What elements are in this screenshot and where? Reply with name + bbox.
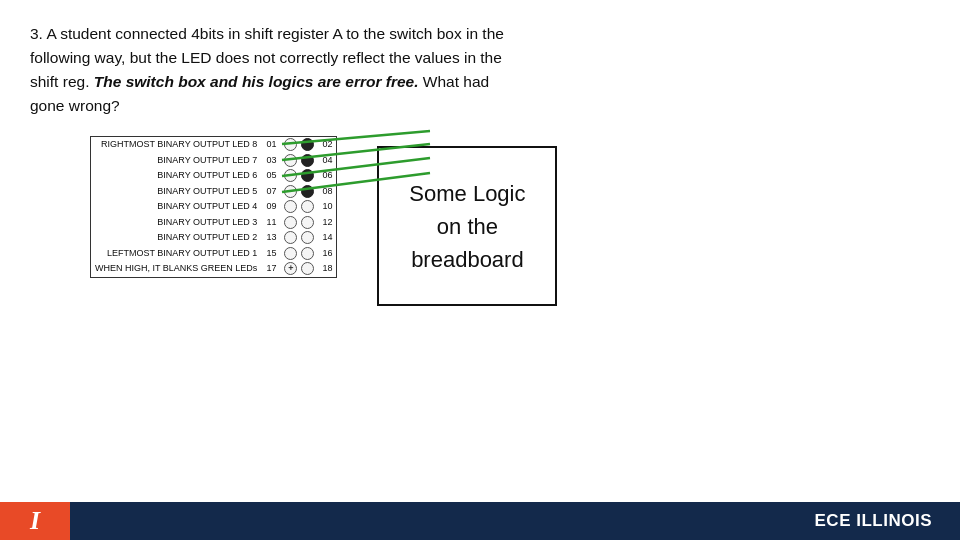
pins-cell xyxy=(279,199,319,215)
question-text: 3. A student connected 4bits in shift re… xyxy=(30,22,890,118)
pin-circle-left xyxy=(284,231,297,244)
main-content: 3. A student connected 4bits in shift re… xyxy=(0,0,960,306)
row-label: BINARY OUTPUT LED 5 xyxy=(91,184,264,200)
pin-left: 07 xyxy=(263,184,279,200)
question-bold: The switch box and his logics are error … xyxy=(94,73,419,90)
logic-box-text: Some Logic on the breadboard xyxy=(409,177,525,276)
logic-box: Some Logic on the breadboard xyxy=(377,146,557,306)
question-line1: 3. A student connected 4bits in shift re… xyxy=(30,25,504,42)
table-row: BINARY OUTPUT LED 7 03 04 xyxy=(91,153,337,169)
table-row: BINARY OUTPUT LED 6 05 06 xyxy=(91,168,337,184)
pins-cell xyxy=(279,184,319,200)
footer-brand: ECE ILLINOIS xyxy=(70,502,960,540)
row-label: BINARY OUTPUT LED 4 xyxy=(91,199,264,215)
pins-cell xyxy=(279,230,319,246)
pins-cell xyxy=(279,168,319,184)
row-label: LEFTMOST BINARY OUTPUT LED 1 xyxy=(91,246,264,262)
pin-right: 08 xyxy=(319,184,337,200)
pin-right: 16 xyxy=(319,246,337,262)
pin-circle-left xyxy=(284,185,297,198)
pin-left: 17 xyxy=(263,261,279,277)
pin-circle-left xyxy=(284,216,297,229)
question-line4: What had xyxy=(419,73,490,90)
pin-circle-left xyxy=(284,138,297,151)
question-line5: gone wrong? xyxy=(30,97,120,114)
pin-left: 11 xyxy=(263,215,279,231)
pins-cell: + xyxy=(279,261,319,277)
pin-left: 03 xyxy=(263,153,279,169)
logic-line2: on the xyxy=(437,214,498,239)
pin-circle-left xyxy=(284,200,297,213)
pin-left: 15 xyxy=(263,246,279,262)
table-row: RIGHTMOST BINARY OUTPUT LED 8 01 02 xyxy=(91,137,337,153)
row-label: BINARY OUTPUT LED 3 xyxy=(91,215,264,231)
logic-line1: Some Logic xyxy=(409,181,525,206)
pin-left: 01 xyxy=(263,137,279,153)
pin-right: 14 xyxy=(319,230,337,246)
footer: I ECE ILLINOIS xyxy=(0,502,960,540)
pin-circle-right xyxy=(301,231,314,244)
pin-circle-right xyxy=(301,185,314,198)
pin-left: 05 xyxy=(263,168,279,184)
table-row: LEFTMOST BINARY OUTPUT LED 1 15 16 xyxy=(91,246,337,262)
table-row: BINARY OUTPUT LED 2 13 14 xyxy=(91,230,337,246)
pin-circle-right xyxy=(301,169,314,182)
row-label: WHEN HIGH, IT BLANKS GREEN LEDs xyxy=(91,261,264,277)
pin-right: 18 xyxy=(319,261,337,277)
pin-circle-right xyxy=(301,247,314,260)
table-row: BINARY OUTPUT LED 3 11 12 xyxy=(91,215,337,231)
question-line2: following way, but the LED does not corr… xyxy=(30,49,502,66)
pin-circle-left xyxy=(284,154,297,167)
footer-logo: I xyxy=(0,502,70,540)
table-row: WHEN HIGH, IT BLANKS GREEN LEDs 17 + 18 xyxy=(91,261,337,277)
pin-left: 09 xyxy=(263,199,279,215)
ece-illinois-text: ECE ILLINOIS xyxy=(815,511,932,531)
pins-cell xyxy=(279,246,319,262)
pin-left: 13 xyxy=(263,230,279,246)
pin-circle-right xyxy=(301,154,314,167)
pin-circle-plus: + xyxy=(284,262,297,275)
pin-circle-left xyxy=(284,247,297,260)
row-label: BINARY OUTPUT LED 2 xyxy=(91,230,264,246)
pin-right: 06 xyxy=(319,168,337,184)
pin-circle-left xyxy=(284,169,297,182)
pin-right: 04 xyxy=(319,153,337,169)
pin-circle-right xyxy=(301,216,314,229)
pin-right: 02 xyxy=(319,137,337,153)
pin-circle-right xyxy=(301,138,314,151)
shift-register-table: RIGHTMOST BINARY OUTPUT LED 8 01 02 BINA… xyxy=(90,136,337,278)
pins-cell xyxy=(279,137,319,153)
table-row: BINARY OUTPUT LED 4 09 10 xyxy=(91,199,337,215)
illinois-i-logo: I xyxy=(30,506,40,536)
pin-right: 10 xyxy=(319,199,337,215)
question-line3: shift reg. xyxy=(30,73,89,90)
diagram-area: RIGHTMOST BINARY OUTPUT LED 8 01 02 BINA… xyxy=(30,136,930,306)
pin-circle-right xyxy=(301,200,314,213)
pins-cell xyxy=(279,215,319,231)
row-label: BINARY OUTPUT LED 6 xyxy=(91,168,264,184)
table-wrapper: RIGHTMOST BINARY OUTPUT LED 8 01 02 BINA… xyxy=(30,136,337,278)
logic-line3: breadboard xyxy=(411,247,524,272)
pin-right: 12 xyxy=(319,215,337,231)
table-row: BINARY OUTPUT LED 5 07 08 xyxy=(91,184,337,200)
row-label: BINARY OUTPUT LED 7 xyxy=(91,153,264,169)
pin-circle-right xyxy=(301,262,314,275)
row-label: RIGHTMOST BINARY OUTPUT LED 8 xyxy=(91,137,264,153)
pins-cell xyxy=(279,153,319,169)
